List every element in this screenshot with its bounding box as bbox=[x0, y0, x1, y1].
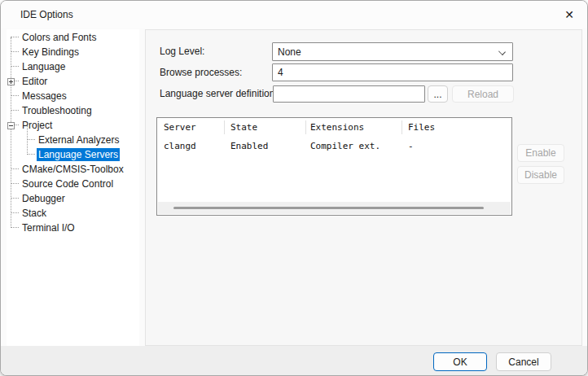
cell-extensions: Compiler ext. bbox=[310, 141, 380, 151]
horizontal-scrollbar[interactable] bbox=[158, 202, 511, 214]
language-servers-panel: Log Level: None Browse processes: Langua… bbox=[145, 29, 582, 346]
sidebar-item-label: Stack bbox=[20, 207, 48, 220]
tree-stub bbox=[11, 227, 19, 228]
titlebar: IDE Options ✕ bbox=[1, 1, 588, 28]
ok-button[interactable]: OK bbox=[433, 352, 487, 371]
sidebar-item-key-bindings[interactable]: Key Bindings bbox=[7, 45, 139, 59]
sidebar-item-label: Messages bbox=[20, 90, 68, 103]
close-icon[interactable]: ✕ bbox=[551, 2, 587, 28]
sidebar-item-terminal-io[interactable]: Terminal I/O bbox=[7, 221, 139, 235]
server-table: Server State Extensions Files clangd Ena… bbox=[156, 117, 512, 216]
sidebar-item-troubleshooting[interactable]: Troubleshooting bbox=[7, 103, 139, 118]
log-level-label: Log Level: bbox=[160, 46, 204, 57]
tree-stub bbox=[11, 51, 19, 52]
browse-definitions-button[interactable]: ... bbox=[428, 85, 448, 103]
reload-button[interactable]: Reload bbox=[452, 85, 514, 103]
sidebar-item-colors-and-fonts[interactable]: Colors and Fonts bbox=[7, 30, 139, 45]
disable-button[interactable]: Disable bbox=[517, 166, 564, 184]
tree-stub bbox=[11, 183, 19, 184]
tree-stub bbox=[11, 110, 19, 111]
sidebar-item-project[interactable]: Project bbox=[7, 118, 139, 133]
ide-options-dialog: IDE Options ✕ Colors and Fonts Key Bindi… bbox=[0, 0, 588, 376]
sidebar-item-label: Key Bindings bbox=[20, 46, 81, 59]
column-separator bbox=[402, 120, 402, 134]
sidebar-item-source-code-control[interactable]: Source Code Control bbox=[7, 177, 139, 191]
column-header-files: Files bbox=[408, 122, 435, 133]
sidebar-item-label: Source Code Control bbox=[20, 177, 115, 190]
sidebar-item-label: Troubleshooting bbox=[20, 104, 94, 117]
sidebar-item-label: Terminal I/O bbox=[20, 221, 77, 234]
sidebar-item-label: External Analyzers bbox=[37, 133, 121, 146]
sidebar-item-language[interactable]: Language bbox=[7, 59, 139, 74]
column-separator bbox=[305, 120, 306, 134]
log-level-select[interactable]: None bbox=[272, 42, 513, 61]
browse-processes-label: Browse processes: bbox=[160, 67, 242, 78]
column-header-state: State bbox=[230, 122, 257, 133]
sidebar-item-debugger[interactable]: Debugger bbox=[7, 191, 139, 206]
tree-stub bbox=[11, 37, 19, 37]
enable-button[interactable]: Enable bbox=[517, 144, 564, 162]
sidebar-item-label: Language bbox=[20, 60, 67, 73]
sidebar-item-external-analyzers[interactable]: External Analyzers bbox=[7, 133, 139, 147]
cancel-button[interactable]: Cancel bbox=[496, 352, 551, 371]
collapse-minus-icon[interactable] bbox=[7, 122, 15, 129]
sidebar-item-language-servers[interactable]: Language Servers bbox=[7, 147, 139, 162]
cell-state: Enabled bbox=[230, 141, 268, 151]
column-header-server: Server bbox=[164, 122, 196, 133]
browse-processes-input[interactable] bbox=[272, 63, 513, 81]
tree-stub bbox=[11, 212, 19, 213]
tree-stub bbox=[11, 168, 19, 169]
sidebar-item-label: Language Servers bbox=[37, 148, 120, 161]
sidebar-item-label: Colors and Fonts bbox=[20, 31, 98, 44]
column-header-extensions: Extensions bbox=[310, 122, 364, 133]
sidebar-item-stack[interactable]: Stack bbox=[7, 206, 139, 221]
sidebar-item-cmake-cmsis-toolbox[interactable]: CMake/CMSIS-Toolbox bbox=[7, 162, 139, 177]
sidebar-item-label: Project bbox=[20, 119, 54, 132]
sidebar-item-label: Debugger bbox=[20, 192, 67, 205]
tree-stub bbox=[27, 139, 35, 140]
sidebar-item-messages[interactable]: Messages bbox=[7, 89, 139, 103]
options-tree: Colors and Fonts Key Bindings Language E… bbox=[7, 29, 139, 346]
expand-plus-icon[interactable] bbox=[7, 78, 15, 85]
window-title: IDE Options bbox=[20, 1, 73, 28]
tree-stub bbox=[11, 95, 19, 96]
tree-stub bbox=[27, 154, 35, 155]
tree-stub bbox=[11, 66, 19, 67]
cell-server: clangd bbox=[164, 141, 196, 151]
language-server-definitions-input[interactable] bbox=[273, 85, 425, 103]
scrollbar-thumb[interactable] bbox=[173, 207, 484, 209]
sidebar-item-label: CMake/CMSIS-Toolbox bbox=[20, 163, 125, 176]
chevron-down-icon bbox=[498, 48, 506, 55]
log-level-value: None bbox=[278, 46, 301, 58]
tree-stub bbox=[11, 198, 19, 199]
language-server-definitions-label: Language server definitions: bbox=[160, 88, 283, 99]
sidebar-item-editor[interactable]: Editor bbox=[7, 74, 139, 89]
column-separator bbox=[224, 120, 225, 134]
cell-files: - bbox=[408, 141, 414, 151]
sidebar-item-label: Editor bbox=[20, 75, 49, 88]
